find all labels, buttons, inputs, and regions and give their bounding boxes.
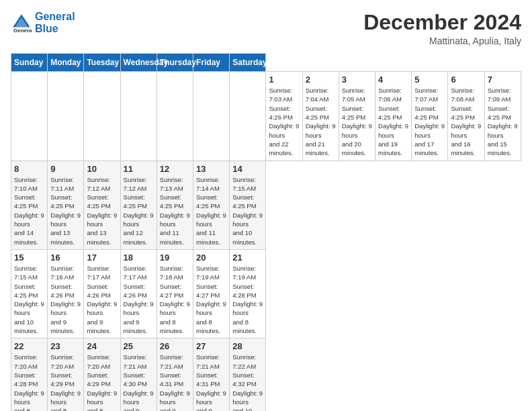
- day-number: 25: [124, 341, 154, 351]
- week-row-3: 22Sunrise: 7:20 AMSunset: 4:28 PMDayligh…: [11, 338, 521, 411]
- daylight-minutes-label: and 8 minutes.: [232, 318, 257, 334]
- page: General General Blue December 2024 Matti…: [0, 0, 532, 411]
- day-info: Sunrise: 7:17 AMSunset: 4:26 PMDaylight:…: [87, 264, 117, 335]
- day-info: Sunrise: 7:10 AMSunset: 4:25 PMDaylight:…: [14, 175, 44, 246]
- day-cell-18: 18Sunrise: 7:17 AMSunset: 4:26 PMDayligh…: [120, 249, 157, 338]
- day-cell-23: 23Sunrise: 7:20 AMSunset: 4:29 PMDayligh…: [48, 338, 84, 411]
- daylight-label: Daylight: 9 hours: [14, 212, 44, 228]
- day-cell-12: 12Sunrise: 7:13 AMSunset: 4:25 PMDayligh…: [157, 161, 193, 249]
- sunset-label: Sunset: 4:31 PM: [160, 371, 183, 387]
- sunrise-label: Sunrise: 7:06 AM: [378, 87, 402, 103]
- day-number: 27: [196, 341, 226, 351]
- daylight-minutes-label: and 9 minutes.: [124, 318, 148, 334]
- daylight-label: Daylight: 9 hours: [50, 390, 81, 406]
- logo: General General Blue: [11, 11, 75, 34]
- sunset-label: Sunset: 4:25 PM: [451, 105, 474, 121]
- day-info: Sunrise: 7:12 AMSunset: 4:25 PMDaylight:…: [124, 175, 154, 246]
- daylight-label: Daylight: 9 hours: [232, 212, 263, 228]
- col-header-monday: Monday: [48, 54, 84, 72]
- daylight-minutes-label: and 9 minutes.: [87, 318, 111, 334]
- sunrise-label: Sunrise: 7:16 AM: [50, 265, 74, 281]
- day-cell-11: 11Sunrise: 7:12 AMSunset: 4:25 PMDayligh…: [120, 161, 157, 249]
- title-block: December 2024 Mattinata, Apulia, Italy: [363, 11, 521, 46]
- day-info: Sunrise: 7:16 AMSunset: 4:26 PMDaylight:…: [50, 264, 81, 335]
- day-number: 4: [378, 75, 408, 85]
- day-number: 23: [50, 341, 81, 351]
- daylight-minutes-label: and 9 minutes.: [124, 407, 148, 411]
- daylight-label: Daylight: 9 hours: [50, 300, 81, 316]
- daylight-label: Daylight: 9 hours: [160, 212, 190, 228]
- day-info: Sunrise: 7:22 AMSunset: 4:32 PMDaylight:…: [232, 353, 263, 411]
- day-cell-27: 27Sunrise: 7:21 AMSunset: 4:31 PMDayligh…: [193, 338, 230, 411]
- sunrise-label: Sunrise: 7:08 AM: [451, 87, 474, 103]
- day-cell-26: 26Sunrise: 7:21 AMSunset: 4:31 PMDayligh…: [157, 338, 193, 411]
- week-row-1: 8Sunrise: 7:10 AMSunset: 4:25 PMDaylight…: [11, 161, 521, 249]
- day-info: Sunrise: 7:15 AMSunset: 4:25 PMDaylight:…: [232, 175, 263, 246]
- day-info: Sunrise: 7:12 AMSunset: 4:25 PMDaylight:…: [87, 175, 117, 246]
- day-number: 2: [306, 75, 336, 85]
- day-number: 13: [196, 164, 226, 174]
- sunrise-label: Sunrise: 7:13 AM: [160, 176, 183, 192]
- day-number: 11: [124, 164, 154, 174]
- sunrise-label: Sunrise: 7:05 AM: [342, 87, 365, 103]
- logo-line2: Blue: [35, 23, 58, 34]
- day-info: Sunrise: 7:20 AMSunset: 4:29 PMDaylight:…: [50, 353, 81, 411]
- sunrise-label: Sunrise: 7:03 AM: [269, 87, 292, 103]
- day-info: Sunrise: 7:04 AMSunset: 4:25 PMDaylight:…: [306, 86, 336, 157]
- day-info: Sunrise: 7:20 AMSunset: 4:28 PMDaylight:…: [14, 353, 44, 411]
- sunrise-label: Sunrise: 7:04 AM: [306, 87, 329, 103]
- day-cell-9: 9Sunrise: 7:11 AMSunset: 4:25 PMDaylight…: [48, 161, 84, 249]
- sunrise-label: Sunrise: 7:15 AM: [232, 176, 256, 192]
- day-number: 5: [414, 75, 445, 85]
- daylight-minutes-label: and 19 minutes.: [378, 140, 402, 156]
- daylight-label: Daylight: 9 hours: [232, 300, 263, 316]
- day-number: 24: [87, 341, 117, 351]
- sunset-label: Sunset: 4:25 PM: [14, 193, 38, 210]
- sunset-label: Sunset: 4:25 PM: [14, 283, 38, 299]
- day-info: Sunrise: 7:19 AMSunset: 4:28 PMDaylight:…: [232, 264, 263, 335]
- sunset-label: Sunset: 4:32 PM: [232, 371, 256, 387]
- day-info: Sunrise: 7:21 AMSunset: 4:30 PMDaylight:…: [124, 353, 154, 411]
- col-header-thursday: Thursday: [157, 54, 193, 72]
- daylight-minutes-label: and 13 minutes.: [50, 229, 75, 245]
- empty-cell: [48, 72, 84, 161]
- sunset-label: Sunset: 4:27 PM: [160, 283, 183, 299]
- day-number: 15: [14, 253, 44, 263]
- day-cell-10: 10Sunrise: 7:12 AMSunset: 4:25 PMDayligh…: [84, 161, 120, 249]
- daylight-minutes-label: and 11 minutes.: [196, 229, 220, 245]
- logo-icon: General: [11, 12, 32, 34]
- week-row-0: 1Sunrise: 7:03 AMSunset: 4:26 PMDaylight…: [11, 72, 521, 161]
- daylight-label: Daylight: 9 hours: [414, 122, 445, 138]
- daylight-minutes-label: and 8 minutes.: [196, 318, 220, 334]
- sunrise-label: Sunrise: 7:17 AM: [124, 265, 147, 281]
- header-row: SundayMondayTuesdayWednesdayThursdayFrid…: [11, 54, 521, 72]
- day-number: 16: [50, 253, 81, 263]
- day-number: 19: [160, 253, 190, 263]
- daylight-minutes-label: and 8 minutes.: [50, 407, 75, 411]
- daylight-minutes-label: and 10 minutes.: [232, 407, 257, 411]
- col-header-wednesday: Wednesday: [120, 54, 157, 72]
- daylight-label: Daylight: 9 hours: [87, 390, 117, 406]
- daylight-label: Daylight: 9 hours: [50, 212, 81, 228]
- daylight-label: Daylight: 9 hours: [14, 390, 44, 406]
- day-info: Sunrise: 7:14 AMSunset: 4:25 PMDaylight:…: [196, 175, 226, 246]
- sunset-label: Sunset: 4:26 PM: [50, 283, 74, 299]
- sunrise-label: Sunrise: 7:19 AM: [232, 265, 256, 281]
- daylight-minutes-label: and 8 minutes.: [87, 407, 111, 411]
- day-info: Sunrise: 7:20 AMSunset: 4:29 PMDaylight:…: [87, 353, 117, 411]
- day-cell-1: 1Sunrise: 7:03 AMSunset: 4:26 PMDaylight…: [266, 72, 302, 161]
- daylight-minutes-label: and 20 minutes.: [342, 140, 366, 156]
- day-cell-7: 7Sunrise: 7:09 AMSunset: 4:25 PMDaylight…: [484, 72, 521, 161]
- daylight-minutes-label: and 16 minutes.: [451, 140, 475, 156]
- daylight-label: Daylight: 9 hours: [451, 122, 481, 138]
- sunrise-label: Sunrise: 7:22 AM: [232, 353, 256, 369]
- day-number: 20: [196, 253, 226, 263]
- daylight-label: Daylight: 9 hours: [488, 122, 518, 138]
- daylight-minutes-label: and 8 minutes.: [14, 407, 38, 411]
- sunset-label: Sunset: 4:26 PM: [87, 283, 110, 299]
- day-cell-14: 14Sunrise: 7:15 AMSunset: 4:25 PMDayligh…: [230, 161, 266, 249]
- day-cell-8: 8Sunrise: 7:10 AMSunset: 4:25 PMDaylight…: [11, 161, 48, 249]
- daylight-label: Daylight: 9 hours: [232, 390, 263, 406]
- sunset-label: Sunset: 4:28 PM: [14, 371, 38, 387]
- daylight-minutes-label: and 8 minutes.: [160, 318, 184, 334]
